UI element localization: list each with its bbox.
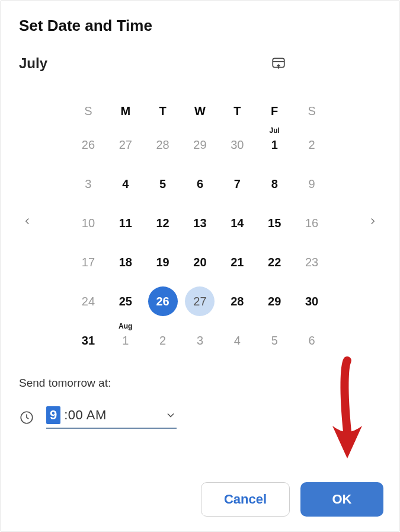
day-number: 28 [231, 295, 244, 308]
day-number: 15 [268, 216, 281, 230]
day-number: 5 [159, 177, 166, 191]
calendar-day[interactable]: 12 [144, 208, 181, 238]
calendar-day[interactable]: 3 [70, 169, 107, 199]
calendar-day[interactable]: 30 [293, 286, 331, 316]
day-number: 27 [119, 138, 132, 152]
calendar-day[interactable]: 29 [256, 286, 293, 316]
calendar-day[interactable]: 18 [107, 247, 144, 277]
day-number: 6 [309, 334, 315, 348]
calendar-day[interactable]: 13 [181, 208, 219, 238]
calendar-day[interactable]: 14 [219, 208, 256, 238]
calendar-day[interactable]: 2 [293, 130, 331, 160]
day-of-week: S [70, 101, 107, 120]
day-number: 3 [85, 177, 91, 191]
calendar: SMTWTFS2627282930Jul12345678910111213141… [19, 101, 381, 355]
month-header: July [19, 55, 381, 72]
calendar-day[interactable]: 4 [219, 326, 256, 355]
day-number: 28 [156, 138, 169, 152]
day-number: 19 [156, 256, 169, 269]
day-number: 29 [268, 295, 281, 308]
day-number: 29 [193, 138, 206, 152]
time-input[interactable]: 9 :00 AM [46, 406, 177, 429]
calendar-day[interactable]: 22 [256, 247, 293, 277]
day-of-week: T [144, 101, 181, 120]
day-number: 6 [197, 177, 203, 191]
calendar-day[interactable]: 27 [181, 286, 219, 316]
calendar-day[interactable]: 6 [293, 326, 331, 355]
calendar-day[interactable]: 11 [107, 208, 144, 238]
calendar-day[interactable]: 2 [144, 326, 181, 355]
day-number: 18 [119, 256, 132, 269]
month-tag: Jul [270, 126, 280, 135]
calendar-day[interactable]: 16 [293, 208, 331, 238]
time-hour: 9 [46, 406, 60, 424]
day-number: 26 [82, 138, 95, 152]
date-time-panel: Set Date and Time July SMTWTFS2627282930… [1, 1, 399, 531]
calendar-day[interactable]: Jul1 [256, 130, 293, 160]
calendar-day[interactable]: 9 [293, 169, 331, 199]
calendar-day[interactable]: 28 [144, 130, 181, 160]
day-number: 12 [156, 216, 169, 230]
day-number: 7 [234, 177, 241, 191]
day-number: 2 [309, 138, 315, 152]
calendar-day[interactable]: 24 [70, 286, 107, 316]
calendar-day[interactable]: 5 [144, 169, 181, 199]
day-number: 14 [231, 216, 244, 230]
calendar-day[interactable]: 21 [219, 247, 256, 277]
day-number: 22 [268, 256, 281, 269]
day-number: 27 [193, 295, 206, 308]
day-of-week: S [293, 101, 331, 120]
calendar-day[interactable]: 29 [181, 130, 219, 160]
day-of-week: T [219, 101, 256, 120]
day-number: 26 [156, 295, 169, 308]
dialog-title: Set Date and Time [19, 17, 381, 35]
calendar-day[interactable]: 15 [256, 208, 293, 238]
next-month-button[interactable] [364, 213, 381, 230]
day-number: 17 [82, 256, 95, 269]
day-number: 1 [122, 334, 129, 348]
calendar-day[interactable]: 30 [219, 130, 256, 160]
calendar-day[interactable]: 25 [107, 286, 144, 316]
calendar-day[interactable]: 19 [144, 247, 181, 277]
calendar-day[interactable]: 28 [219, 286, 256, 316]
calendar-day[interactable]: 6 [181, 169, 219, 199]
calendar-day[interactable]: Aug1 [107, 326, 144, 355]
chevron-down-icon[interactable] [165, 409, 177, 421]
calendar-day[interactable]: 17 [70, 247, 107, 277]
calendar-day[interactable]: 26 [144, 286, 181, 316]
day-number: 8 [271, 177, 278, 191]
calendar-day[interactable]: 7 [219, 169, 256, 199]
calendar-day[interactable]: 27 [107, 130, 144, 160]
day-number: 2 [159, 334, 166, 348]
month-label: July [19, 55, 47, 72]
calendar-day[interactable]: 31 [70, 326, 107, 355]
day-number: 4 [234, 334, 241, 348]
day-number: 24 [82, 295, 95, 308]
day-number: 1 [271, 138, 278, 152]
calendar-day[interactable]: 10 [70, 208, 107, 238]
calendar-day[interactable]: 8 [256, 169, 293, 199]
day-number: 21 [231, 256, 244, 269]
month-tag: Aug [119, 322, 132, 330]
send-label: Send tomorrow at: [19, 377, 381, 390]
calendar-day[interactable]: 4 [107, 169, 144, 199]
day-number: 13 [193, 216, 206, 230]
calendar-day[interactable]: 3 [181, 326, 219, 355]
calendar-day[interactable]: 23 [293, 247, 331, 277]
ok-button[interactable]: OK [300, 482, 383, 517]
calendar-day[interactable]: 20 [181, 247, 219, 277]
clock-icon [19, 410, 34, 425]
day-of-week: M [107, 101, 144, 120]
calendar-day[interactable]: 26 [70, 130, 107, 160]
prev-month-button[interactable] [19, 213, 36, 230]
day-number: 30 [305, 295, 318, 308]
time-row: 9 :00 AM [19, 406, 381, 429]
calendar-grid: SMTWTFS2627282930Jul12345678910111213141… [70, 101, 331, 355]
day-number: 31 [82, 334, 95, 348]
cancel-button[interactable]: Cancel [201, 482, 290, 517]
calendar-day[interactable]: 5 [256, 326, 293, 355]
calendar-upload-icon[interactable] [271, 56, 286, 71]
day-number: 9 [309, 177, 315, 191]
day-number: 3 [197, 334, 203, 348]
day-of-week: W [181, 101, 219, 120]
